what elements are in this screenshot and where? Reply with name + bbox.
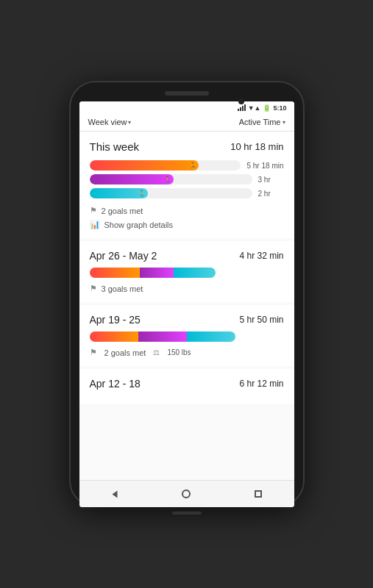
phone-camera: [238, 98, 244, 104]
this-week-bars: 🏃 5 hr 18 min 🚶 3 hr: [90, 160, 284, 198]
bar-icon-2: 🚶: [164, 176, 171, 183]
bar-fill-2: 🚶: [90, 174, 174, 184]
bar-label-3: 2 hr: [258, 190, 284, 198]
apr19-bar-3: [187, 331, 235, 342]
app-header: Week view ▾ Active Time ▾: [79, 113, 294, 132]
apr19-section: Apr 19 - 25 5 hr 50 min ⚑ 2 goals met ⚖ …: [79, 305, 294, 366]
apr12-title: Apr 12 - 18: [90, 378, 141, 390]
apr26-header: Apr 26 - May 2 4 hr 32 min: [90, 250, 284, 262]
bar-fill-1: 🏃: [90, 160, 199, 171]
this-week-title: This week: [90, 140, 140, 153]
goals-row: ⚑ 2 goals met: [90, 206, 284, 215]
weight-text: 150 lbs: [167, 348, 191, 356]
apr19-total: 5 hr 50 min: [239, 315, 283, 325]
bar-row-1: 🏃 5 hr 18 min: [90, 160, 284, 171]
phone-screen: ▼▲ 🔋 5:10 Week view ▾ Active Time ▾ This…: [79, 101, 294, 507]
apr19-header: Apr 19 - 25 5 hr 50 min: [90, 314, 284, 326]
bar-container-3: 🚶: [90, 188, 252, 198]
back-button[interactable]: [102, 489, 127, 500]
apr26-goals: ⚑ 3 goals met: [90, 284, 284, 293]
this-week-section: This week 10 hr 18 min 🏃 5 hr 18 min: [79, 132, 294, 238]
view-dropdown-arrow: ▾: [128, 119, 131, 126]
phone-speaker: [165, 91, 209, 96]
bar-container-2: 🚶: [90, 174, 252, 184]
apr26-bar: [90, 268, 216, 278]
status-time: 5:10: [273, 104, 286, 112]
apr19-flag-icon: ⚑: [90, 348, 97, 357]
bar-fill-3: 🚶: [90, 188, 149, 198]
apr26-title: Apr 26 - May 2: [90, 250, 157, 262]
phone-frame: ▼▲ 🔋 5:10 Week view ▾ Active Time ▾ This…: [69, 81, 305, 507]
metric-label: Active Time: [239, 118, 281, 126]
this-week-total: 10 hr 18 min: [230, 141, 283, 152]
show-graph-label: Show graph details: [104, 220, 174, 229]
weight-icon: ⚖: [153, 348, 160, 356]
back-icon: [112, 490, 117, 498]
bar-label-1: 5 hr 18 min: [246, 162, 283, 170]
metric-selector[interactable]: Active Time ▾: [239, 118, 285, 126]
wifi-icon: ▼▲: [248, 104, 261, 112]
show-graph-row[interactable]: 📊 Show graph details: [90, 220, 284, 229]
apr12-section: Apr 12 - 18 6 hr 12 min: [79, 369, 294, 404]
home-button[interactable]: [173, 487, 199, 501]
apr26-bar-3: [174, 268, 216, 278]
week-view-label: Week view: [88, 118, 127, 126]
apr26-flag-icon: ⚑: [90, 284, 97, 293]
apr26-goals-text: 3 goals met: [102, 284, 143, 293]
nav-bar: [79, 480, 294, 507]
apr12-total: 6 hr 12 min: [239, 379, 283, 389]
this-week-header: This week 10 hr 18 min: [90, 140, 284, 153]
recent-button[interactable]: [246, 487, 271, 501]
recent-icon: [255, 490, 262, 498]
phone-bottom-bar: [172, 512, 202, 514]
graph-icon: 📊: [90, 220, 100, 229]
bar-row-2: 🚶 3 hr: [90, 174, 284, 184]
apr19-bar-2: [138, 331, 187, 342]
bar-icon-3: 🚶: [138, 190, 146, 197]
signal-icon: [238, 105, 246, 111]
battery-icon: 🔋: [263, 104, 271, 112]
apr26-bar-2: [140, 268, 174, 278]
content-area: This week 10 hr 18 min 🏃 5 hr 18 min: [79, 132, 294, 480]
view-selector[interactable]: Week view ▾: [88, 118, 132, 126]
goals-text: 2 goals met: [102, 207, 143, 215]
apr26-bar-1: [90, 268, 141, 278]
apr26-total: 4 hr 32 min: [239, 251, 283, 261]
apr19-bar: [90, 331, 235, 342]
bar-icon-1: 🏃: [189, 162, 196, 169]
home-icon: [182, 490, 191, 498]
metric-dropdown-arrow: ▾: [283, 119, 285, 126]
apr26-section: Apr 26 - May 2 4 hr 32 min ⚑ 3 goals met: [79, 241, 294, 302]
status-bar: ▼▲ 🔋 5:10: [79, 101, 294, 113]
flag-icon: ⚑: [90, 206, 97, 215]
bar-container-1: 🏃: [90, 160, 241, 171]
bar-row-3: 🚶 2 hr: [90, 188, 284, 198]
apr19-title: Apr 19 - 25: [90, 314, 141, 326]
apr19-bar-1: [90, 331, 138, 342]
bar-label-2: 3 hr: [258, 176, 284, 184]
apr19-goals: ⚑ 2 goals met ⚖ 150 lbs: [90, 348, 284, 357]
apr12-header: Apr 12 - 18 6 hr 12 min: [90, 378, 284, 390]
apr19-goals-text: 2 goals met: [104, 348, 146, 357]
